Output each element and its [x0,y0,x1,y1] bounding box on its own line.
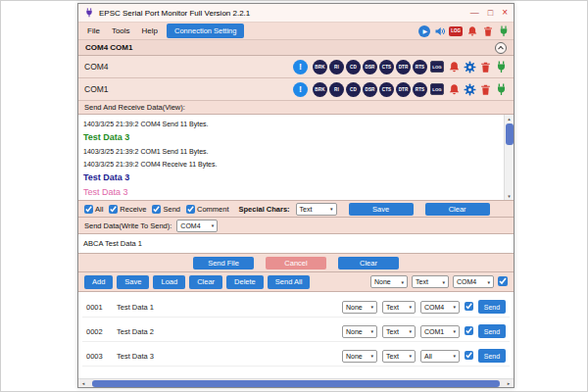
row-special-chars-dropdown[interactable]: None ▾ [342,301,377,314]
log-icon[interactable]: LOG [430,83,444,95]
menu-file[interactable]: File [82,24,105,37]
scroll-left-icon[interactable]: ◂ [78,380,88,386]
signal-cd[interactable]: CD [346,82,361,97]
bell-icon[interactable] [447,82,461,96]
scrollbar-thumb[interactable] [506,123,514,145]
menu-help[interactable]: Help [137,24,163,37]
signal-dtr[interactable]: DTR [396,60,411,74]
signal-cd[interactable]: CD [346,60,361,74]
title-bar[interactable]: EPSC Serial Port Monitor Full Version 2.… [78,4,514,23]
row-checkbox-wrap[interactable] [465,302,473,313]
menu-tools[interactable]: Tools [107,24,135,37]
table-row[interactable]: 0003 Test Data 3 None ▾ Text ▾ All ▾ Sen… [82,346,510,367]
send-all-button[interactable]: Send All [268,275,311,289]
play-icon[interactable]: ▶ [418,25,430,37]
gear-icon[interactable] [463,60,476,74]
signal-brk[interactable]: BRK [313,60,327,74]
select-all-checkbox-wrap[interactable] [498,276,508,288]
filter-all[interactable]: All [84,205,103,214]
table-row[interactable]: 0002 Test Data 2 None ▾ Text ▾ COM1 ▾ Se… [82,321,510,342]
all-checkbox[interactable] [84,205,93,214]
filter-comment[interactable]: Comment [186,205,229,214]
gear-icon[interactable] [463,82,476,96]
row-checkbox[interactable] [465,351,473,360]
plug-icon[interactable] [494,60,508,74]
save-view-button[interactable]: Save [349,203,414,216]
plug-icon[interactable] [494,82,508,96]
save-list-button[interactable]: Save [117,275,149,289]
close-button[interactable]: × [502,8,508,18]
load-button[interactable]: Load [153,275,185,289]
scrollbar-thumb[interactable] [92,380,500,387]
comment-checkbox[interactable] [186,205,195,214]
desktop: EPSC Serial Port Monitor Full Version 2.… [0,0,588,392]
bell-icon[interactable] [466,24,478,37]
signal-cts[interactable]: CTS [379,60,394,74]
special-chars-dropdown[interactable]: Text ▾ [296,203,337,216]
minimize-button[interactable]: — [470,9,479,18]
row-send-button[interactable]: Send [478,324,506,338]
row-port-dropdown[interactable]: COM4 ▾ [420,301,460,314]
collapse-button[interactable] [495,42,507,54]
bell-icon[interactable] [447,60,461,74]
row-send-button[interactable]: Send [478,300,506,314]
signal-dtr[interactable]: DTR [396,82,411,97]
maximize-button[interactable]: □ [488,9,493,18]
signal-brk[interactable]: BRK [313,82,327,97]
com-port-row-com1: COM1 ! BRK RI CD DSR CTS DTR RTS LOG [78,78,514,101]
format-all-dropdown[interactable]: Text ▾ [412,275,449,288]
log-icon[interactable]: LOG [449,26,463,36]
scroll-up-icon[interactable]: ▴ [508,115,511,122]
scroll-down-icon[interactable]: ▾ [508,192,511,200]
row-checkbox-wrap[interactable] [465,326,473,337]
add-button[interactable]: Add [84,275,113,289]
signal-ri[interactable]: RI [329,60,344,74]
clear-view-button[interactable]: Clear [425,203,490,216]
signal-ri[interactable]: RI [329,82,344,97]
port-all-dropdown[interactable]: COM4 ▾ [453,275,494,288]
clear-list-button[interactable]: Clear [189,275,222,289]
row-special-chars-dropdown[interactable]: None ▾ [342,350,377,363]
log-icon[interactable]: LOG [430,61,444,73]
send-port-dropdown[interactable]: COM4 ▾ [176,220,218,232]
row-checkbox[interactable] [465,302,473,311]
row-format-dropdown[interactable]: Text ▾ [382,301,416,314]
speaker-icon[interactable] [433,24,446,37]
row-checkbox[interactable] [465,326,473,335]
trash-icon[interactable] [478,60,492,74]
delete-button[interactable]: Delete [226,275,264,289]
row-format-dropdown[interactable]: Text ▾ [382,350,416,363]
row-send-button[interactable]: Send [478,349,506,363]
send-file-button[interactable]: Send File [193,257,254,270]
clear-send-button[interactable]: Clear [338,257,399,270]
info-icon[interactable]: ! [293,82,308,97]
row-checkbox-wrap[interactable] [465,351,473,362]
table-row[interactable]: 0001 Test Data 1 None ▾ Text ▾ COM4 ▾ Se… [82,297,510,318]
connection-setting-button[interactable]: Connection Setting [167,24,244,38]
scroll-right-icon[interactable]: ▸ [504,380,514,386]
horizontal-scrollbar[interactable]: ◂ ▸ [78,378,514,387]
special-chars-all-dropdown[interactable]: None ▾ [370,275,408,288]
info-icon[interactable]: ! [293,60,308,74]
plug-icon[interactable] [497,24,510,37]
signal-rts[interactable]: RTS [413,82,427,97]
send-data-input[interactable] [83,236,509,251]
signal-rts[interactable]: RTS [413,60,427,74]
filter-receive[interactable]: Receive [109,205,146,214]
signal-cts[interactable]: CTS [379,82,394,97]
trash-icon[interactable] [481,24,494,37]
row-format-dropdown[interactable]: Text ▾ [382,325,416,338]
select-all-checkbox[interactable] [498,276,508,286]
vertical-scrollbar[interactable]: ▴ ▾ [504,115,514,200]
send-input-row [78,233,514,254]
row-port-dropdown[interactable]: COM1 ▾ [420,325,460,338]
receive-checkbox[interactable] [109,205,118,214]
row-port-dropdown[interactable]: All ▾ [420,350,460,363]
filter-send[interactable]: Send [152,205,180,214]
cancel-button[interactable]: Cancel [266,257,326,270]
row-special-chars-dropdown[interactable]: None ▾ [342,325,377,338]
send-checkbox[interactable] [152,205,161,214]
signal-dsr[interactable]: DSR [363,82,377,97]
signal-dsr[interactable]: DSR [363,60,377,74]
trash-icon[interactable] [478,82,492,96]
